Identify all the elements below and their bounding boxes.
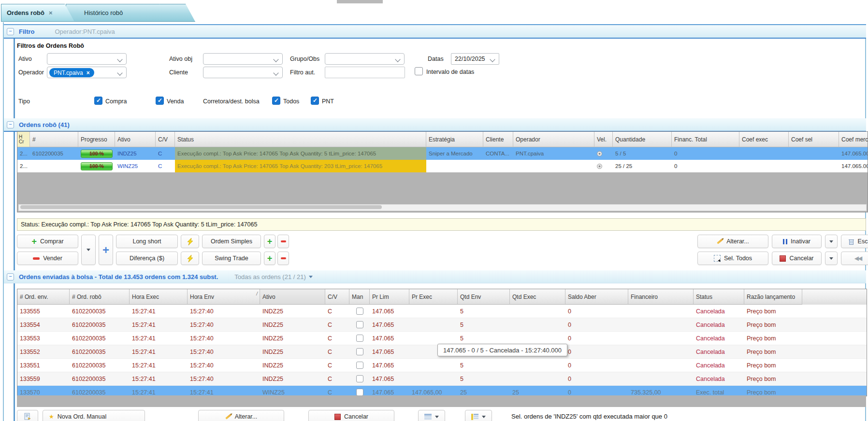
col-status[interactable]: Status: [694, 289, 744, 305]
col-razao[interactable]: Razão lançamento: [744, 289, 802, 305]
col-hora_exec[interactable]: Hora Exec: [130, 289, 188, 305]
man-checkbox[interactable]: [356, 321, 363, 328]
lightning-diferenca-button[interactable]: [181, 252, 199, 265]
man-checkbox[interactable]: [356, 362, 363, 369]
ordem-simples-button[interactable]: Ordem Simples: [202, 235, 261, 248]
col-cv[interactable]: C/V: [156, 132, 175, 147]
col-hora_env[interactable]: Hora Env/: [188, 289, 260, 305]
col-progress[interactable]: Progresso: [78, 132, 115, 147]
remove-ordem-simples-button[interactable]: [277, 235, 289, 248]
pnt-checkbox[interactable]: ✓: [311, 97, 319, 105]
comprar-button[interactable]: + Comprar: [17, 235, 78, 248]
scrollbar-thumb[interactable]: [20, 205, 382, 209]
col-ord_robo[interactable]: # Ord. robô: [70, 289, 130, 305]
datas-combo[interactable]: 22/10/2025: [451, 53, 499, 65]
sent-orders-section-header[interactable]: − Ordens enviadas à bolsa - Total de 13.…: [4, 270, 866, 283]
export-button[interactable]: [17, 410, 38, 421]
collapse-icon[interactable]: −: [7, 273, 14, 281]
man-checkbox[interactable]: [356, 348, 363, 355]
grupo-combo[interactable]: [325, 53, 405, 65]
cancelar-dropdown-button[interactable]: [825, 252, 838, 265]
close-icon[interactable]: ×: [49, 9, 53, 16]
collapse-icon[interactable]: −: [7, 121, 14, 128]
ativo-combo[interactable]: [47, 53, 127, 65]
table-row[interactable]: 133555610220003515:27:4115:27:40INDZ25C1…: [17, 305, 867, 318]
rewind-button[interactable]: ◀◀: [841, 252, 868, 265]
remove-swing-trade-button[interactable]: [277, 252, 289, 265]
col-qtd_exec[interactable]: Qtd Exec: [510, 289, 565, 305]
table-row[interactable]: 133554610220003515:27:4115:27:40INDZ25C1…: [17, 318, 867, 332]
table-row[interactable]: 2...6102200035100 %INDZ25CExecução compl…: [17, 147, 868, 160]
inativar-dropdown-button[interactable]: [825, 235, 838, 248]
man-checkbox[interactable]: [356, 335, 363, 342]
col-pr_exec[interactable]: Pr Exec: [409, 289, 458, 305]
col-financ_total[interactable]: Financ. Total: [672, 132, 739, 147]
col-pr_lim[interactable]: Pr Lim: [370, 289, 409, 305]
col-operador[interactable]: Operador: [513, 132, 594, 147]
tab-ordens-robo[interactable]: Ordens robô ×: [1, 4, 74, 22]
man-checkbox[interactable]: [356, 375, 363, 382]
col-estrategia[interactable]: Estratégia: [426, 132, 483, 147]
col-vel[interactable]: Vel.: [594, 132, 613, 147]
man-checkbox[interactable]: [356, 389, 363, 396]
add-strategy-button[interactable]: +: [99, 235, 113, 265]
tab-historico-robo[interactable]: Histórico robô: [66, 4, 169, 22]
table-row[interactable]: 133551610220003515:27:4115:27:40INDZ25C1…: [17, 359, 867, 372]
table-row[interactable]: 2...100 %WINZ25CExecução compl.: Top Ask…: [17, 160, 868, 172]
col-coef_merc[interactable]: Coef merc: [839, 132, 868, 147]
robot-orders-section-header[interactable]: − Ordens robô (41): [4, 118, 866, 132]
chip-close-icon[interactable]: ×: [87, 70, 90, 76]
vender-button[interactable]: Vender: [17, 252, 78, 265]
cancelar-button[interactable]: Cancelar: [772, 252, 822, 265]
bottom-cancelar-button[interactable]: Cancelar: [308, 410, 394, 421]
collapse-icon[interactable]: −: [7, 28, 14, 35]
table-row[interactable]: 133559610220003515:27:4115:27:40INDZ25C1…: [17, 372, 867, 386]
col-coef_sel[interactable]: Coef sel: [789, 132, 839, 147]
horizontal-scrollbar[interactable]: [18, 204, 867, 211]
diferenca-button[interactable]: Diferença ($): [116, 252, 178, 265]
esconder-button[interactable]: Esc: [841, 235, 868, 248]
intervalo-checkbox[interactable]: [415, 67, 423, 75]
col-cliente[interactable]: Cliente: [483, 132, 513, 147]
grid-view-dropdown-button[interactable]: [418, 410, 445, 421]
filter-section-header[interactable]: − Filtro Operador:PNT.cpaiva: [4, 24, 866, 39]
cliente-combo[interactable]: [203, 67, 283, 78]
man-checkbox[interactable]: [356, 308, 363, 315]
lightning-long-short-button[interactable]: [181, 235, 199, 248]
add-swing-trade-button[interactable]: +: [264, 252, 275, 265]
ativo-obj-combo[interactable]: [203, 53, 283, 65]
col-status[interactable]: Status: [175, 132, 426, 147]
col-financeiro[interactable]: Financeiro: [628, 289, 694, 305]
long-short-button[interactable]: Long short: [116, 235, 178, 248]
col-ord_env[interactable]: # Ord. env.: [17, 289, 70, 305]
todos-checkbox[interactable]: ✓: [272, 97, 280, 105]
alterar-button[interactable]: Alterar...: [697, 235, 768, 248]
col-saldo_aber[interactable]: Saldo Aber: [565, 289, 628, 305]
col-man[interactable]: Man: [349, 289, 370, 305]
filtro-aut-input[interactable]: [325, 67, 405, 78]
col-qtd_env[interactable]: Qtd Env: [458, 289, 510, 305]
inativar-button[interactable]: Inativar: [772, 235, 822, 248]
add-ordem-simples-button[interactable]: +: [264, 235, 275, 248]
col-label: Financ. Total: [674, 136, 707, 143]
compra-checkbox[interactable]: ✓: [94, 97, 102, 105]
col-num[interactable]: #: [30, 132, 78, 147]
table-row[interactable]: 133570610220003515:27:4115:27:41WINZ25C1…: [17, 386, 867, 396]
operador-chip[interactable]: PNT.cpaiva ×: [49, 68, 94, 77]
swing-trade-button[interactable]: Swing Trade: [202, 252, 261, 265]
col-quantidade[interactable]: Quantidade: [613, 132, 672, 147]
buy-sell-dropdown-button[interactable]: [81, 235, 96, 265]
bottom-alterar-button[interactable]: Alterar...: [198, 410, 284, 421]
col-cv[interactable]: C/V: [325, 289, 349, 305]
operador-combo[interactable]: PNT.cpaiva ×: [47, 67, 127, 78]
col-coef_exec[interactable]: Coef exec: [739, 132, 789, 147]
sel-todos-button[interactable]: Sel. Todos: [697, 252, 768, 265]
nova-ord-manual-button[interactable]: ★ Nova Ord. Manual: [43, 410, 145, 421]
sent-orders-filter-dropdown[interactable]: Todas as ordens (21 / 21): [234, 273, 312, 281]
venda-checkbox[interactable]: ✓: [156, 97, 164, 105]
columns-dropdown-button[interactable]: [465, 410, 492, 421]
table-row[interactable]: 133553610220003515:27:4115:27:40INDZ25C1…: [17, 332, 867, 345]
col-ativo[interactable]: Ativo: [260, 289, 325, 305]
col-ativo[interactable]: Ativo: [115, 132, 156, 147]
col-hcr[interactable]: H Cr: [17, 132, 30, 147]
